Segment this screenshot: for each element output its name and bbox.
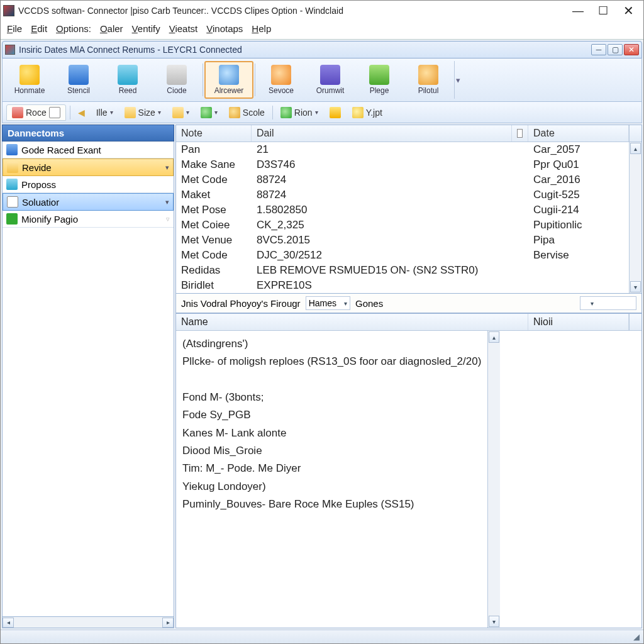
green-folder-icon: [6, 213, 18, 225]
close-button[interactable]: ✕: [622, 4, 635, 17]
t2-cal[interactable]: [169, 106, 193, 119]
child-minimize-button[interactable]: ─: [591, 44, 606, 55]
tbtn-reed[interactable]: Reed: [103, 61, 152, 99]
t2-rion[interactable]: Rion: [277, 106, 322, 119]
statusbar: ◢: [1, 630, 643, 643]
monitor-icon: [69, 65, 89, 85]
menu-edit[interactable]: Edit: [31, 23, 47, 34]
table-row[interactable]: Met CodeDJC_30/2512Bervise: [176, 248, 629, 263]
menu-file[interactable]: File: [7, 23, 22, 34]
col-date[interactable]: Date: [528, 125, 629, 142]
menu-vinotaps[interactable]: Vinotaps: [206, 23, 243, 34]
window-icon: [369, 65, 389, 85]
sidebar-header: Dannectoms: [2, 125, 174, 142]
sidebar-hscrollbar[interactable]: ◂ ▸: [2, 617, 174, 628]
lower-grid-vscrollbar[interactable]: ▴ ▾: [487, 331, 500, 628]
filter-label: Jnis Vodral Phoyoy's Firougr: [181, 298, 301, 309]
toolbar-overflow[interactable]: ▾: [454, 61, 462, 99]
menu-vieatst[interactable]: Vieatst: [169, 23, 198, 34]
t2-warn[interactable]: [326, 106, 345, 119]
star-icon: [352, 107, 364, 118]
wrench-icon: [271, 65, 291, 85]
lower-grid-body[interactable]: (Atsdingrens')Pllcke- of moligsh reploes…: [176, 331, 487, 628]
t2-yjpt[interactable]: Y.jpt: [348, 106, 386, 119]
col-check[interactable]: [512, 125, 528, 142]
resize-grip-icon[interactable]: ◢: [633, 632, 640, 641]
list-item[interactable]: Pllcke- of moligsh reploes (RS13_0S foor…: [182, 353, 481, 370]
list-item[interactable]: Yiekug Londoyer): [182, 479, 481, 495]
minimize-button[interactable]: —: [572, 4, 584, 17]
maximize-button[interactable]: ☐: [597, 4, 609, 17]
filter-bar: Jnis Vodral Phoyoy's Firougr Hames Gones: [175, 294, 642, 313]
table-row[interactable]: Met Code88724Car_2016: [176, 172, 629, 187]
table-row[interactable]: RedidasLEB REMOVE RSMUED15 ON- (SN2 SSTR…: [176, 263, 629, 278]
scroll-up-button[interactable]: ▴: [489, 331, 499, 343]
list-icon: [118, 65, 138, 85]
table-row[interactable]: Make SaneD3S746Ppr Qu01: [176, 157, 629, 172]
col-dail[interactable]: Dail: [252, 125, 512, 142]
menu-options[interactable]: Options:: [56, 23, 91, 34]
tab-icon: [12, 107, 23, 118]
sidebar-item-soluatior[interactable]: Soluatior▾: [3, 193, 174, 211]
child-close-button[interactable]: ✕: [624, 44, 639, 55]
table-row[interactable]: BiridletEXPRE10S: [176, 278, 629, 293]
scroll-down-button[interactable]: ▾: [489, 616, 499, 627]
t2-ille[interactable]: Ille: [92, 106, 117, 119]
list-item[interactable]: Kanes M- Lank alonte: [182, 425, 481, 441]
tbtn-ciode[interactable]: Ciode: [152, 61, 201, 99]
col-name[interactable]: Name: [176, 314, 528, 330]
tbtn-orumwit[interactable]: Orumwit: [306, 61, 355, 99]
col-note[interactable]: Note: [176, 125, 252, 142]
list-item[interactable]: (Atsdingrens'): [182, 336, 481, 352]
child-titlebar: Insiric Dates MlA Connect Renums - LEYCR…: [2, 41, 642, 58]
filter-combo-empty[interactable]: [580, 296, 636, 310]
menu-ventify[interactable]: Ventify: [132, 23, 160, 34]
menu-help[interactable]: Help: [252, 23, 271, 34]
upper-grid: Note Dail Date Pan21Car_2057Make SaneD3S…: [175, 125, 642, 294]
list-item[interactable]: Diood Mis_Groie: [182, 443, 481, 459]
sidebar-item-mionify[interactable]: Mionify Pagio▿: [3, 211, 174, 228]
tbtn-sevoce[interactable]: Sevoce: [257, 61, 306, 99]
folder-icon: [7, 162, 18, 173]
module-icon: [6, 144, 18, 155]
table-row[interactable]: Met CoieeCK_2,325Pupitionlic: [176, 218, 629, 233]
tbtn-honmate[interactable]: Honmate: [5, 61, 54, 99]
chevron-down-icon: ▾: [165, 164, 169, 172]
tbtn-pilotul[interactable]: Pilotul: [404, 61, 453, 99]
sidebar-item-revide[interactable]: Revide▾: [3, 158, 174, 176]
scroll-left-button[interactable]: ◂: [3, 618, 14, 628]
table-row[interactable]: Pan21Car_2057: [176, 142, 629, 157]
table-row[interactable]: Maket88724Cugit-525: [176, 187, 629, 203]
sidebar-item-gode[interactable]: Gode Raced Exant: [3, 142, 174, 158]
tab-roce[interactable]: Roce: [6, 104, 66, 121]
scroll-right-button[interactable]: ▸: [162, 618, 174, 628]
list-item[interactable]: Puminly_Bouves- Bare Roce Mke Euples (SS…: [182, 496, 481, 513]
t2-back[interactable]: ◀: [74, 106, 89, 119]
chevron-down-disabled-icon: ▿: [166, 215, 170, 223]
list-item[interactable]: Tim: M_- Pode. Me Diyer: [182, 460, 481, 477]
tbtn-alrcewer[interactable]: Alrcewer: [204, 61, 253, 99]
list-item[interactable]: Fond M- (3bonts;: [182, 389, 481, 406]
upper-grid-vscrollbar[interactable]: ▴ ▾: [629, 142, 641, 293]
chevron-down-icon: ▾: [165, 198, 169, 206]
list-item[interactable]: Fode Sy_PGB: [182, 407, 481, 423]
scroll-down-button[interactable]: ▾: [630, 281, 641, 292]
tbtn-stencil[interactable]: Stencil: [54, 61, 103, 99]
page-icon: [7, 196, 18, 208]
table-row[interactable]: Met Venue8VC5.2015Pipa: [176, 233, 629, 248]
child-maximize-button[interactable]: ▢: [608, 44, 623, 55]
scroll-up-button[interactable]: ▴: [630, 143, 641, 154]
t2-green[interactable]: [197, 106, 221, 119]
list-item[interactable]: [182, 372, 481, 388]
upper-grid-header: Note Dail Date: [176, 125, 641, 142]
tbtn-plege[interactable]: Plege: [355, 61, 404, 99]
key-icon: [219, 65, 239, 85]
table-row[interactable]: Met Pose1.5802850Cugii-214: [176, 203, 629, 218]
t2-scole[interactable]: Scole: [225, 106, 269, 119]
t2-size[interactable]: Size: [121, 106, 165, 119]
filter-combo-hames[interactable]: Hames: [306, 296, 350, 310]
col-nioii[interactable]: Nioii: [528, 314, 629, 330]
child-app-icon: [5, 45, 15, 55]
sidebar-item-proposs[interactable]: Proposs: [3, 176, 174, 193]
menu-oaler[interactable]: Oaler: [100, 23, 123, 34]
